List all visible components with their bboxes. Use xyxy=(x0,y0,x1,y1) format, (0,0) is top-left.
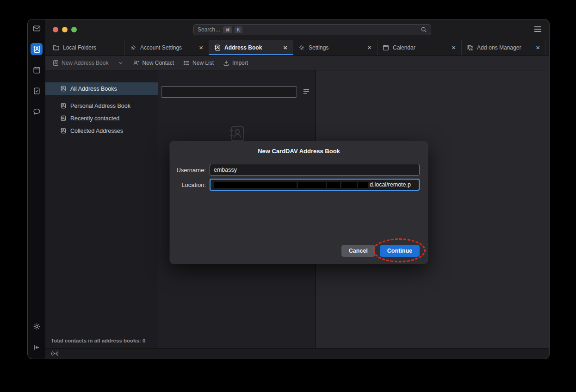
calendar-icon xyxy=(383,44,389,51)
list-item-label: Recently contacted xyxy=(70,115,119,122)
close-tab-icon[interactable]: × xyxy=(283,44,288,51)
list-item-personal-address-book[interactable]: Personal Address Book xyxy=(45,100,158,112)
username-row: Username: embassy xyxy=(170,164,428,176)
dialog-title: New CardDAV Address Book xyxy=(170,148,428,155)
list-icon xyxy=(183,60,190,66)
search-placeholder: Search… xyxy=(198,26,221,33)
close-tab-icon[interactable]: × xyxy=(198,44,204,51)
mail-space-icon[interactable] xyxy=(31,22,43,34)
address-book-icon xyxy=(52,60,59,66)
address-book-icon xyxy=(60,115,66,121)
app-menu-icon[interactable] xyxy=(534,26,542,32)
location-row: Location: d.local/remote.p xyxy=(170,179,428,191)
collapse-spaces-icon[interactable] xyxy=(31,341,43,353)
address-book-icon xyxy=(60,103,66,109)
gear-icon xyxy=(298,44,305,51)
location-field[interactable]: d.local/remote.p xyxy=(210,179,420,191)
tab-bar: Local Folders Account Settings × Address… xyxy=(45,40,549,56)
total-contacts-status: Total contacts in all address books: 0 xyxy=(51,338,145,343)
list-item-label: Personal Address Book xyxy=(70,103,130,109)
username-field[interactable]: embassy xyxy=(210,164,420,176)
chevron-down-icon[interactable] xyxy=(118,60,124,66)
global-search-bar[interactable]: Search… ⌘ K xyxy=(193,24,431,35)
status-bar xyxy=(45,348,549,359)
list-item-collected-addresses[interactable]: Collected Addresses xyxy=(45,124,158,137)
dialog-button-row: Cancel Continue xyxy=(341,245,420,257)
import-icon xyxy=(223,60,229,66)
account-settings-icon xyxy=(130,44,136,51)
address-books-pane: All Address Books Personal Address Book … xyxy=(45,70,158,348)
list-item-recently-contacted[interactable]: Recently contacted xyxy=(45,112,158,124)
new-contact-icon xyxy=(133,60,139,66)
tab-label: Account Settings xyxy=(140,44,195,51)
spaces-toolbar xyxy=(28,19,45,359)
contacts-search-input[interactable] xyxy=(161,86,297,98)
close-tab-icon[interactable]: × xyxy=(367,44,372,51)
address-book-icon xyxy=(214,44,221,51)
close-window-button[interactable] xyxy=(53,27,58,32)
tab-local-folders[interactable]: Local Folders xyxy=(48,40,125,55)
tab-label: Calendar xyxy=(393,44,447,51)
new-list-button[interactable]: New List xyxy=(183,60,214,66)
settings-gear-icon[interactable] xyxy=(31,320,43,332)
tab-label: Address Book xyxy=(224,44,279,51)
address-book-icon xyxy=(60,86,66,92)
zoom-window-button[interactable] xyxy=(71,27,77,32)
redaction-bar xyxy=(327,182,340,188)
redaction-bar xyxy=(214,182,297,188)
broadcast-status-icon xyxy=(51,350,59,357)
list-item-label: Collected Addresses xyxy=(70,128,123,134)
minimize-window-button[interactable] xyxy=(62,27,68,32)
location-label: Location: xyxy=(170,181,206,188)
tasks-space-icon[interactable] xyxy=(31,85,43,97)
import-label: Import xyxy=(232,60,248,66)
redaction-bar xyxy=(298,182,326,188)
empty-address-book-icon xyxy=(228,125,246,143)
address-book-space-icon[interactable] xyxy=(31,43,43,55)
tab-address-book[interactable]: Address Book × xyxy=(209,40,293,55)
username-label: Username: xyxy=(170,167,206,174)
address-book-icon xyxy=(60,128,66,134)
calendar-space-icon[interactable] xyxy=(31,64,43,76)
new-contact-button[interactable]: New Contact xyxy=(133,60,174,66)
new-carddav-dialog: New CardDAV Address Book Username: embas… xyxy=(170,141,428,264)
location-value: d.local/remote.p xyxy=(214,181,415,188)
tab-account-settings[interactable]: Account Settings × xyxy=(125,40,209,55)
cmd-key-badge: ⌘ xyxy=(223,26,232,33)
folder-icon xyxy=(53,44,59,51)
split-button-divider xyxy=(114,59,114,67)
addons-puzzle-icon xyxy=(467,44,473,51)
k-key-badge: K xyxy=(235,26,242,33)
search-icon xyxy=(421,26,427,33)
display-options-icon[interactable] xyxy=(303,88,310,94)
username-value: embassy xyxy=(214,167,237,173)
new-contact-label: New Contact xyxy=(142,60,174,66)
redaction-bar xyxy=(358,182,368,188)
titlebar: Search… ⌘ K xyxy=(45,19,549,40)
tab-label: Local Folders xyxy=(63,44,119,51)
list-item-all-address-books[interactable]: All Address Books xyxy=(45,82,158,95)
close-tab-icon[interactable]: × xyxy=(451,44,456,51)
chat-space-icon[interactable] xyxy=(31,106,43,118)
continue-button[interactable]: Continue xyxy=(380,245,420,257)
location-visible-text: d.local/remote.p xyxy=(370,181,411,188)
tab-addons-manager[interactable]: Add-ons Manager × xyxy=(462,40,546,55)
tab-label: Add-ons Manager xyxy=(477,44,532,51)
tab-label: Settings xyxy=(309,44,363,51)
desktop-background: Search… ⌘ K Local Folders xyxy=(0,0,576,392)
new-list-label: New List xyxy=(192,60,214,66)
tab-settings[interactable]: Settings × xyxy=(293,40,378,55)
redaction-bar xyxy=(341,182,357,188)
import-button[interactable]: Import xyxy=(223,60,248,66)
tab-calendar[interactable]: Calendar × xyxy=(378,40,462,55)
close-tab-icon[interactable]: × xyxy=(535,44,540,51)
address-book-toolbar: New Address Book New Contact xyxy=(45,56,549,70)
cancel-button[interactable]: Cancel xyxy=(341,245,375,257)
new-address-book-label: New Address Book xyxy=(62,60,108,66)
traffic-lights xyxy=(45,27,77,32)
new-address-book-button[interactable]: New Address Book xyxy=(52,59,124,67)
list-item-label: All Address Books xyxy=(70,86,117,92)
